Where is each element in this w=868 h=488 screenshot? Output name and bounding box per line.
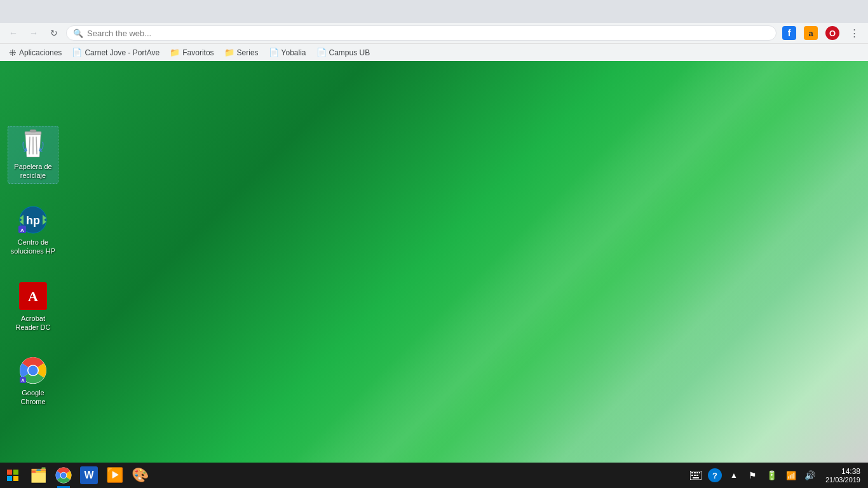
bookmark-label-yobalia: Yobalia xyxy=(281,48,306,57)
acrobat-svg: A xyxy=(22,285,44,308)
windows-logo-icon xyxy=(7,470,18,481)
taskbar-media-player[interactable]: ▶️ xyxy=(102,463,127,488)
menu-button[interactable]: ⋮ xyxy=(845,24,863,42)
bookmark-carnet[interactable]: 📄 Carnet Jove - PortAve xyxy=(68,46,163,58)
chrome-svg: A xyxy=(19,356,47,384)
up-arrow-button[interactable]: ▲ xyxy=(725,463,743,488)
amazon-button[interactable]: a xyxy=(802,24,820,42)
desktop-icon-recycle[interactable]: Papelera de reciclaje xyxy=(8,126,58,184)
svg-rect-30 xyxy=(696,475,698,476)
svg-rect-25 xyxy=(694,472,696,473)
bookmark-label-campus: Campus UB xyxy=(329,48,370,57)
bookmark-icon-carnet: 📄 xyxy=(72,48,82,57)
language-flag-icon: ⚑ xyxy=(749,470,757,480)
bookmark-campus[interactable]: 📄 Campus UB xyxy=(313,46,374,58)
svg-rect-28 xyxy=(691,475,693,476)
signal-strength-icon: 📶 xyxy=(786,471,796,480)
svg-rect-31 xyxy=(693,477,699,478)
bookmark-icon-campus: 📄 xyxy=(316,48,327,57)
desktop-background-effect xyxy=(0,43,868,463)
system-tray: ? ▲ ⚑ 🔋 📶 🔊 14:38 21/03/2019 xyxy=(687,463,868,488)
facebook-button[interactable]: f xyxy=(780,24,798,42)
bookmark-label-carnet: Carnet Jove - PortAve xyxy=(85,48,159,57)
recycle-bin-svg xyxy=(20,129,46,159)
acrobat-icon: A xyxy=(18,281,48,311)
toolbar: ← → ↻ 🔍 f a O ⋮ xyxy=(0,23,868,43)
desktop: Papelera de reciclaje hp A Centro de sol… xyxy=(0,43,868,463)
back-icon: ← xyxy=(9,28,18,38)
svg-point-17 xyxy=(29,366,38,376)
opera-button[interactable]: O xyxy=(824,24,841,42)
svg-text:A: A xyxy=(28,288,38,304)
volume-speaker-icon: 🔊 xyxy=(804,470,815,480)
svg-rect-26 xyxy=(696,472,698,473)
svg-line-4 xyxy=(36,137,37,154)
recycle-bin-icon xyxy=(18,129,48,159)
svg-rect-27 xyxy=(699,472,700,473)
taskbar-paint[interactable]: 🎨 xyxy=(127,463,153,488)
desktop-icon-acrobat[interactable]: A Acrobat Reader DC xyxy=(8,278,58,335)
desktop-icon-hp[interactable]: hp A Centro de soluciones HP xyxy=(8,202,58,259)
forward-button[interactable]: → xyxy=(25,25,42,41)
clock-time: 14:38 xyxy=(841,467,860,476)
bookmark-label-series: Series xyxy=(237,48,259,57)
svg-rect-1 xyxy=(30,130,36,132)
hp-icon: hp A xyxy=(18,205,48,235)
refresh-icon: ↻ xyxy=(50,28,58,38)
bookmarks-bar: ⁜ Aplicaciones 📄 Carnet Jove - PortAve 📁… xyxy=(0,43,868,61)
system-clock[interactable]: 14:38 21/03/2019 xyxy=(820,463,865,488)
taskbar: 🗂️ W ▶️ 🎨 xyxy=(0,463,868,488)
battery-icon[interactable]: 🔋 xyxy=(763,463,781,488)
more-icon: ⋮ xyxy=(850,27,859,39)
bookmark-icon-favoritos: 📁 xyxy=(170,48,180,57)
taskbar-chrome[interactable] xyxy=(51,463,76,488)
help-button[interactable]: ? xyxy=(706,463,724,488)
refresh-button[interactable]: ↻ xyxy=(46,25,62,41)
up-arrow-icon: ▲ xyxy=(730,471,738,480)
svg-point-22 xyxy=(61,473,67,478)
signal-icon[interactable]: 📶 xyxy=(782,463,800,488)
desktop-icon-google-chrome[interactable]: A Google Chrome xyxy=(8,353,58,409)
taskbar-chrome-icon xyxy=(55,467,72,484)
search-icon: 🔍 xyxy=(73,29,83,38)
taskbar-file-explorer[interactable]: 🗂️ xyxy=(25,463,51,488)
media-player-icon: ▶️ xyxy=(106,467,123,484)
hp-label: Centro de soluciones HP xyxy=(10,238,56,256)
svg-text:A: A xyxy=(20,227,24,233)
svg-line-2 xyxy=(29,137,30,154)
bookmark-icon-series: 📁 xyxy=(224,48,234,57)
svg-rect-29 xyxy=(694,475,696,476)
back-button[interactable]: ← xyxy=(5,25,22,41)
battery-indicator: 🔋 xyxy=(766,470,777,480)
clock-date: 21/03/2019 xyxy=(825,476,860,484)
word-icon: W xyxy=(80,466,98,484)
chrome-label: Google Chrome xyxy=(10,388,56,407)
amazon-icon: a xyxy=(804,26,818,40)
bookmark-favoritos[interactable]: 📁 Favoritos xyxy=(166,46,217,58)
help-icon: ? xyxy=(708,468,722,482)
svg-rect-24 xyxy=(691,472,693,473)
taskbar-word[interactable]: W xyxy=(76,463,102,488)
tab-bar xyxy=(0,0,868,23)
hp-svg: hp A xyxy=(18,205,48,234)
file-explorer-icon: 🗂️ xyxy=(30,467,47,484)
apps-button[interactable]: ⁜ Aplicaciones xyxy=(5,46,65,59)
keyboard-icon[interactable] xyxy=(687,463,705,488)
apps-label: Aplicaciones xyxy=(19,48,62,57)
address-bar[interactable]: 🔍 xyxy=(66,25,776,41)
start-button[interactable] xyxy=(0,463,25,488)
search-input[interactable] xyxy=(87,29,770,38)
facebook-icon: f xyxy=(782,26,796,40)
svg-text:A: A xyxy=(21,378,24,383)
opera-icon: O xyxy=(825,26,839,40)
recycle-bin-label: Papelera de reciclaje xyxy=(11,162,55,180)
paint-icon: 🎨 xyxy=(132,467,149,484)
flag-icon[interactable]: ⚑ xyxy=(744,463,762,488)
volume-icon[interactable]: 🔊 xyxy=(801,463,819,488)
bookmark-series[interactable]: 📁 Series xyxy=(220,46,262,58)
bookmark-label-favoritos: Favoritos xyxy=(182,48,214,57)
apps-grid-icon: ⁜ xyxy=(9,48,17,58)
bookmark-yobalia[interactable]: 📄 Yobalia xyxy=(265,46,310,58)
chrome-browser-frame: ← → ↻ 🔍 f a O ⋮ xyxy=(0,0,868,43)
chrome-icon: A xyxy=(18,355,48,386)
